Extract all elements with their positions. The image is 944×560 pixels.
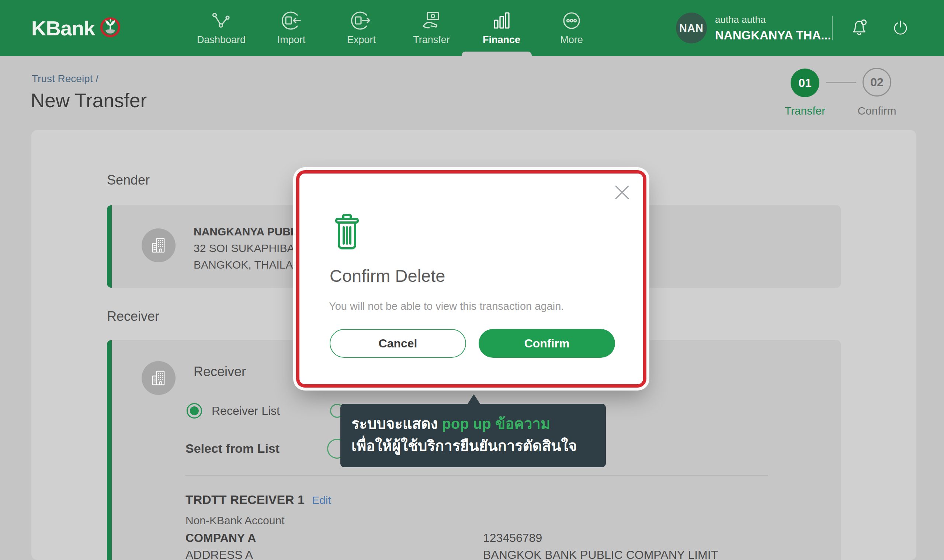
sender-card-accent-bar bbox=[107, 205, 112, 288]
header-divider bbox=[832, 16, 833, 40]
page-title: New Transfer bbox=[31, 89, 147, 112]
nav-label: Import bbox=[277, 34, 306, 46]
user-menu[interactable]: NAN autha autha NANGKANYA THA... bbox=[676, 0, 831, 56]
tooltip-arrow-icon bbox=[467, 394, 480, 405]
step-connector bbox=[826, 82, 856, 83]
sender-heading: Sender bbox=[107, 172, 150, 188]
sender-address-line1: 32 SOI SUKAPHIBAN bbox=[194, 240, 308, 257]
edit-link[interactable]: Edit bbox=[312, 494, 331, 506]
nav-item-export[interactable]: Export bbox=[326, 0, 396, 56]
nav-item-more[interactable]: More bbox=[537, 0, 606, 56]
radio-selected-icon bbox=[187, 403, 202, 418]
sender-name: NANGKANYA PUBLIC bbox=[194, 223, 308, 240]
annotation-tooltip: ระบบจะแสดง pop up ข้อความ เพื่อให้ผู้ใช้… bbox=[340, 404, 606, 467]
sender-info: NANGKANYA PUBLIC 32 SOI SUKAPHIBAN BANGK… bbox=[194, 223, 308, 273]
modal-message: You will not be able to view this transa… bbox=[329, 300, 564, 312]
receiver-card-accent-bar bbox=[107, 340, 112, 560]
logout-button[interactable] bbox=[891, 18, 910, 37]
nav-item-dashboard[interactable]: Dashboard bbox=[186, 0, 256, 56]
sender-company-avatar bbox=[142, 228, 176, 262]
building-icon bbox=[149, 368, 168, 388]
nav-label: Export bbox=[347, 34, 376, 46]
nav-item-import[interactable]: Import bbox=[256, 0, 326, 56]
nav-label: Transfer bbox=[413, 34, 450, 46]
close-icon bbox=[614, 185, 630, 200]
tooltip-line1-white: ระบบจะแสดง bbox=[352, 415, 442, 432]
close-button[interactable] bbox=[614, 185, 630, 200]
export-icon bbox=[351, 10, 372, 31]
user-name-small: autha autha bbox=[715, 14, 831, 25]
step-2-circle: 02 bbox=[862, 68, 891, 97]
nav-item-finance[interactable]: Finance bbox=[466, 0, 537, 56]
brand[interactable]: KBank bbox=[31, 0, 120, 56]
receiver-address: ADDRESS A bbox=[185, 548, 253, 560]
main-nav: Dashboard Import Export bbox=[186, 0, 606, 56]
cancel-button[interactable]: Cancel bbox=[330, 329, 466, 358]
modal-title: Confirm Delete bbox=[330, 266, 445, 286]
tooltip-line1-green: pop up ข้อความ bbox=[442, 415, 551, 432]
building-icon bbox=[149, 236, 168, 255]
user-name-large: NANGKANYA THA... bbox=[715, 28, 831, 42]
bell-icon bbox=[849, 18, 869, 38]
nav-item-transfer[interactable]: Transfer bbox=[396, 0, 466, 56]
step-1-label: Transfer bbox=[776, 105, 834, 117]
sender-address-line2: BANGKOK, THAILAN bbox=[194, 257, 308, 273]
select-from-list-label: Select from List bbox=[185, 442, 279, 456]
step-2-label: Confirm bbox=[847, 105, 906, 117]
receiver-heading: Receiver bbox=[107, 309, 159, 324]
avatar: NAN bbox=[676, 12, 707, 43]
breadcrumb[interactable]: Trust Receipt / bbox=[32, 73, 99, 85]
account-type: Non-KBank Account bbox=[185, 514, 285, 527]
import-icon bbox=[281, 10, 302, 31]
bank-name: BANGKOK BANK PUBLIC COMPANY LIMIT bbox=[483, 548, 718, 560]
account-number: 123456789 bbox=[483, 531, 542, 545]
notifications-button[interactable] bbox=[849, 18, 869, 38]
receiver-company-avatar bbox=[142, 361, 176, 395]
step-1-circle: 01 bbox=[791, 69, 819, 97]
kbank-logo-icon bbox=[100, 17, 120, 39]
trash-icon bbox=[335, 214, 359, 249]
confirm-button[interactable]: Confirm bbox=[479, 329, 615, 358]
dashboard-icon bbox=[211, 10, 231, 31]
transfer-icon bbox=[421, 10, 442, 31]
nav-label: Dashboard bbox=[197, 34, 245, 46]
app-header: KBank Dashboard bbox=[0, 0, 944, 56]
nav-label: Finance bbox=[483, 34, 520, 46]
tooltip-line2: เพื่อให้ผู้ใช้บริการยืนยันการตัดสินใจ bbox=[352, 435, 595, 457]
radio-label: Receiver List bbox=[212, 404, 280, 418]
active-tab-indicator bbox=[462, 52, 532, 56]
receiver-name: TRDTT RECEIVER 1 bbox=[185, 492, 305, 507]
screen: KBank Dashboard bbox=[0, 0, 944, 560]
kbank-logo-text: KBank bbox=[31, 16, 95, 40]
nav-label: More bbox=[560, 34, 583, 46]
finance-icon bbox=[491, 10, 512, 31]
receiver-card-title: Receiver bbox=[194, 364, 246, 380]
confirm-delete-modal: Confirm Delete You will not be able to v… bbox=[296, 170, 646, 388]
receiver-list-radio[interactable]: Receiver List bbox=[187, 403, 280, 418]
more-icon bbox=[561, 10, 582, 31]
power-icon bbox=[891, 18, 910, 37]
receiver-company: COMPANY A bbox=[185, 531, 256, 545]
receiver-divider bbox=[185, 475, 768, 475]
